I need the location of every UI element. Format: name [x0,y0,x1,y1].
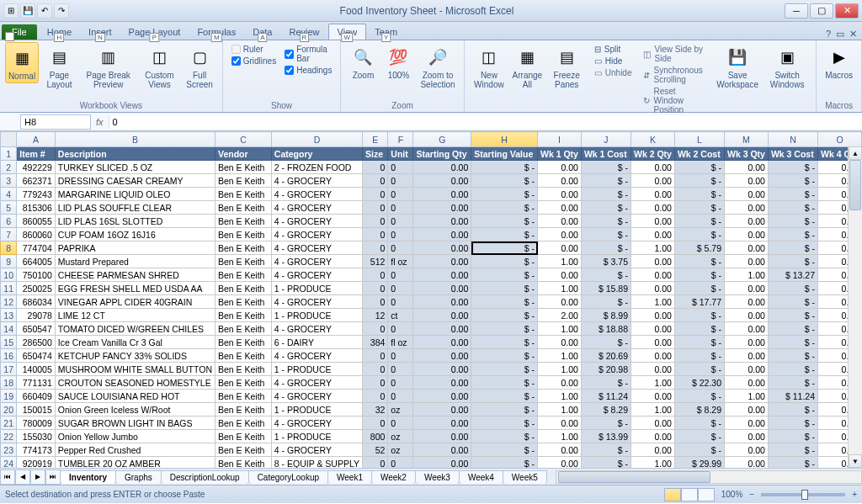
column-header-J[interactable]: J [581,132,631,147]
cell[interactable]: $ - [768,255,817,268]
cell[interactable]: 4 - GROCERY [271,349,362,363]
cell[interactable]: $ - [768,363,817,376]
next-sheet-icon[interactable]: ▶ [30,470,45,485]
cell[interactable]: 650547 [17,322,56,336]
cell[interactable]: 1.00 [725,390,769,403]
cell[interactable]: MARGARINE LIQUID OLEO [55,188,215,201]
row-header-17[interactable]: 17 [1,363,17,376]
cell[interactable]: 0 [388,282,413,295]
cell[interactable]: $ - [674,349,724,363]
cell[interactable]: Ben E Keith [216,161,272,174]
cell[interactable]: 4 - GROCERY [271,390,362,403]
cell[interactable]: 0.00 [631,322,675,336]
cell[interactable]: 4 - GROCERY [271,295,362,309]
cell[interactable]: $ - [471,161,538,174]
formula-bar-checkbox[interactable]: Formula Bar [285,44,332,64]
cell[interactable]: $ - [674,161,724,174]
macros-button[interactable]: ▶Macros [822,42,856,82]
cell[interactable]: $ 8.29 [581,403,631,416]
row-header-22[interactable]: 22 [1,430,17,443]
cell[interactable]: 0.00 [631,215,675,228]
cell[interactable]: 0 [388,201,413,215]
cell[interactable]: $ 20.69 [581,349,631,363]
cell[interactable]: 0.00 [725,363,769,376]
file-tab[interactable]: FileF [2,24,37,40]
sheet-tab-inventory[interactable]: Inventory [60,470,116,484]
name-box[interactable] [20,114,91,130]
row-header-3[interactable]: 3 [1,174,17,188]
cell[interactable]: $ - [471,430,538,443]
cell[interactable]: $ - [674,282,724,295]
cell[interactable]: 0 [388,295,413,309]
cell[interactable]: $ - [768,282,817,295]
cell[interactable]: $ - [768,161,817,174]
cell[interactable]: $ 11.24 [581,390,631,403]
zoom-button[interactable]: 🔍Zoom [346,42,380,82]
cell[interactable]: 0.00 [631,430,675,443]
cell[interactable]: 0 [388,416,413,430]
cell[interactable]: $ - [471,309,538,322]
cell[interactable]: $ 22.30 [674,376,724,390]
tab-view[interactable]: ViewW [328,24,367,40]
cell[interactable]: oz [388,430,413,443]
cell[interactable]: 0 [388,322,413,336]
cell[interactable]: 0.00 [631,174,675,188]
cell[interactable]: $ - [581,336,631,349]
cell[interactable]: $ 11.24 [768,390,817,403]
cell[interactable]: 0 [363,228,388,241]
cell[interactable]: Ben E Keith [216,336,272,349]
cell[interactable]: PAPRIKA [55,241,215,255]
cell[interactable]: 4 - GROCERY [271,215,362,228]
zoom-100-button[interactable]: 💯100% [381,42,415,82]
cell[interactable]: 0.00 [413,430,471,443]
cell[interactable]: 6 - DAIRY [271,336,362,349]
cell[interactable]: $ - [471,241,538,255]
cell[interactable]: 0 [363,161,388,174]
cell[interactable]: 4 - GROCERY [271,174,362,188]
cell[interactable]: 650474 [17,349,56,363]
cell[interactable]: $ - [674,363,724,376]
select-all-corner[interactable] [1,132,17,147]
cell[interactable]: 1.00 [538,363,582,376]
cell[interactable]: 4 - GROCERY [271,416,362,430]
cell[interactable]: $ - [768,416,817,430]
cell[interactable]: $ 17.77 [674,295,724,309]
header-cell[interactable]: Wk 2 Cost [674,147,724,161]
cell[interactable]: $ - [768,336,817,349]
cell[interactable]: 0.00 [538,188,582,201]
scroll-thumb[interactable] [849,160,861,210]
full-screen-button[interactable]: ▢Full Screen [182,42,216,91]
header-cell[interactable]: Vendor [216,147,272,161]
cell[interactable]: 0.00 [725,255,769,268]
cell[interactable]: CROUTON SEASONED HOMESTYLE [55,376,215,390]
sheet-tab-week5[interactable]: Week5 [503,470,547,484]
cell[interactable]: 1.00 [631,457,675,469]
cell[interactable]: 1.00 [631,403,675,416]
cell[interactable]: Ben E Keith [216,228,272,241]
row-header-11[interactable]: 11 [1,282,17,295]
cell[interactable]: 0.00 [413,457,471,469]
row-header-18[interactable]: 18 [1,376,17,390]
row-header-4[interactable]: 4 [1,188,17,201]
cell[interactable]: 0.00 [631,309,675,322]
cell[interactable]: 0.00 [725,322,769,336]
sheet-tab-week1[interactable]: Week1 [327,470,372,484]
row-header-23[interactable]: 23 [1,443,17,457]
spreadsheet-grid[interactable]: ABCDEFGHIJKLMNO1Item #DescriptionVendorC… [0,131,862,468]
cell[interactable]: $ - [471,215,538,228]
cell[interactable]: $ - [768,443,817,457]
cell[interactable]: $ - [581,416,631,430]
cell[interactable]: 0 [388,228,413,241]
tab-formulas[interactable]: FormulasM [189,24,244,40]
page-layout-view-icon[interactable] [681,488,698,501]
row-header-2[interactable]: 2 [1,161,17,174]
split-button[interactable]: ⊟ Split [593,44,634,55]
cell[interactable]: 0.00 [538,336,582,349]
cell[interactable]: $ - [471,268,538,282]
cell[interactable]: 0.00 [413,416,471,430]
cell[interactable]: $ - [768,376,817,390]
page-layout-button[interactable]: ▤Page Layout [40,42,78,91]
cell[interactable]: 0.00 [725,161,769,174]
zoom-to-selection-button[interactable]: 🔎Zoom to Selection [417,42,458,91]
cell[interactable]: 29078 [17,309,56,322]
